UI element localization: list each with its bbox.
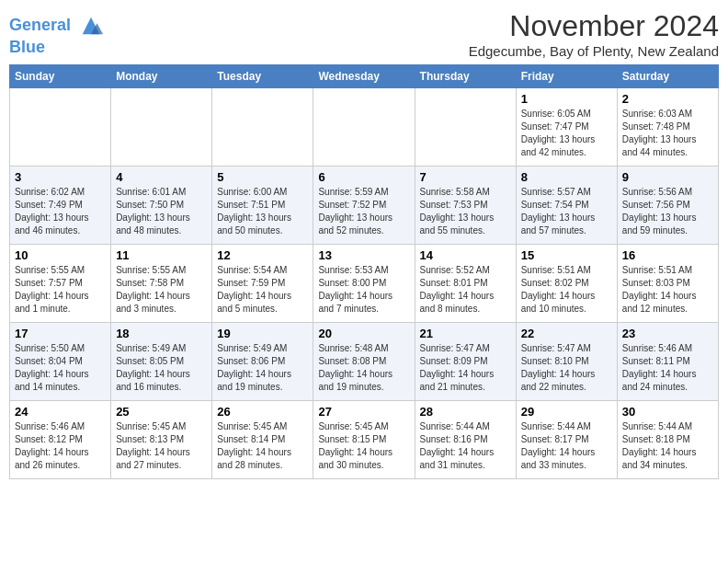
calendar-cell: 27Sunrise: 5:45 AM Sunset: 8:15 PM Dayli…	[313, 401, 415, 479]
day-number: 18	[116, 327, 207, 340]
calendar-cell: 10Sunrise: 5:55 AM Sunset: 7:57 PM Dayli…	[10, 245, 111, 323]
month-title: November 2024	[469, 9, 719, 43]
calendar-cell: 8Sunrise: 5:57 AM Sunset: 7:54 PM Daylig…	[516, 167, 617, 245]
logo-text: General	[9, 13, 104, 39]
calendar-cell: 2Sunrise: 6:03 AM Sunset: 7:48 PM Daylig…	[617, 88, 718, 167]
day-number: 1	[521, 92, 612, 106]
day-info: Sunrise: 5:46 AM Sunset: 8:12 PM Dayligh…	[15, 420, 106, 472]
calendar-cell: 12Sunrise: 5:54 AM Sunset: 7:59 PM Dayli…	[212, 245, 313, 323]
day-info: Sunrise: 5:44 AM Sunset: 8:16 PM Dayligh…	[420, 420, 511, 472]
calendar-cell: 30Sunrise: 5:44 AM Sunset: 8:18 PM Dayli…	[617, 401, 718, 479]
calendar-cell: 16Sunrise: 5:51 AM Sunset: 8:03 PM Dayli…	[617, 245, 718, 323]
calendar-cell: 26Sunrise: 5:45 AM Sunset: 8:14 PM Dayli…	[212, 401, 313, 479]
logo-blue: Blue	[9, 39, 104, 57]
day-number: 13	[318, 248, 409, 262]
calendar-cell: 19Sunrise: 5:49 AM Sunset: 8:06 PM Dayli…	[212, 323, 313, 401]
day-number: 5	[217, 170, 308, 184]
col-header-friday: Friday	[516, 65, 617, 88]
col-header-saturday: Saturday	[617, 65, 718, 88]
day-info: Sunrise: 5:46 AM Sunset: 8:11 PM Dayligh…	[622, 342, 713, 394]
calendar-cell: 6Sunrise: 5:59 AM Sunset: 7:52 PM Daylig…	[313, 167, 415, 245]
day-info: Sunrise: 5:49 AM Sunset: 8:06 PM Dayligh…	[217, 342, 308, 394]
day-info: Sunrise: 5:50 AM Sunset: 8:04 PM Dayligh…	[15, 342, 106, 394]
calendar-cell: 22Sunrise: 5:47 AM Sunset: 8:10 PM Dayli…	[516, 323, 617, 401]
day-info: Sunrise: 5:54 AM Sunset: 7:59 PM Dayligh…	[217, 264, 308, 316]
day-info: Sunrise: 5:44 AM Sunset: 8:18 PM Dayligh…	[622, 420, 713, 472]
day-info: Sunrise: 6:05 AM Sunset: 7:47 PM Dayligh…	[521, 108, 612, 159]
day-number: 27	[318, 405, 409, 419]
page-header: General Blue November 2024 Edgecumbe, Ba…	[9, 9, 719, 59]
calendar-cell	[415, 88, 516, 167]
calendar-cell: 20Sunrise: 5:48 AM Sunset: 8:08 PM Dayli…	[313, 323, 415, 401]
day-number: 23	[622, 327, 713, 340]
calendar-table: SundayMondayTuesdayWednesdayThursdayFrid…	[9, 64, 719, 479]
day-info: Sunrise: 5:45 AM Sunset: 8:14 PM Dayligh…	[217, 420, 308, 472]
day-number: 15	[521, 248, 612, 262]
day-number: 24	[15, 405, 106, 419]
day-number: 25	[116, 405, 207, 419]
logo: General Blue	[9, 9, 104, 57]
calendar-header: SundayMondayTuesdayWednesdayThursdayFrid…	[10, 65, 719, 88]
day-info: Sunrise: 5:57 AM Sunset: 7:54 PM Dayligh…	[521, 186, 612, 237]
day-number: 11	[116, 248, 207, 262]
calendar-cell	[111, 88, 212, 167]
calendar-cell: 29Sunrise: 5:44 AM Sunset: 8:17 PM Dayli…	[516, 401, 617, 479]
day-info: Sunrise: 5:58 AM Sunset: 7:53 PM Dayligh…	[420, 186, 511, 237]
location: Edgecumbe, Bay of Plenty, New Zealand	[469, 43, 719, 59]
day-number: 22	[521, 327, 612, 340]
calendar-cell: 11Sunrise: 5:55 AM Sunset: 7:58 PM Dayli…	[111, 245, 212, 323]
day-info: Sunrise: 6:03 AM Sunset: 7:48 PM Dayligh…	[622, 108, 713, 159]
day-number: 2	[622, 92, 713, 106]
day-info: Sunrise: 5:53 AM Sunset: 8:00 PM Dayligh…	[318, 264, 409, 316]
day-info: Sunrise: 5:55 AM Sunset: 7:57 PM Dayligh…	[15, 264, 106, 316]
day-number: 3	[15, 170, 106, 184]
day-number: 6	[318, 170, 409, 184]
calendar-cell: 18Sunrise: 5:49 AM Sunset: 8:05 PM Dayli…	[111, 323, 212, 401]
calendar-cell: 15Sunrise: 5:51 AM Sunset: 8:02 PM Dayli…	[516, 245, 617, 323]
day-number: 20	[318, 327, 409, 340]
day-info: Sunrise: 5:45 AM Sunset: 8:13 PM Dayligh…	[116, 420, 207, 472]
calendar-cell: 14Sunrise: 5:52 AM Sunset: 8:01 PM Dayli…	[415, 245, 516, 323]
calendar-cell	[212, 88, 313, 167]
day-number: 19	[217, 327, 308, 340]
day-info: Sunrise: 5:52 AM Sunset: 8:01 PM Dayligh…	[420, 264, 511, 316]
col-header-thursday: Thursday	[415, 65, 516, 88]
day-number: 9	[622, 170, 713, 184]
col-header-sunday: Sunday	[10, 65, 111, 88]
calendar-cell	[313, 88, 415, 167]
day-info: Sunrise: 6:01 AM Sunset: 7:50 PM Dayligh…	[116, 186, 207, 237]
day-number: 14	[420, 248, 511, 262]
calendar-cell: 9Sunrise: 5:56 AM Sunset: 7:56 PM Daylig…	[617, 167, 718, 245]
day-number: 29	[521, 405, 612, 419]
title-block: November 2024 Edgecumbe, Bay of Plenty, …	[469, 9, 719, 59]
day-info: Sunrise: 5:45 AM Sunset: 8:15 PM Dayligh…	[318, 420, 409, 472]
col-header-wednesday: Wednesday	[313, 65, 415, 88]
calendar-cell: 13Sunrise: 5:53 AM Sunset: 8:00 PM Dayli…	[313, 245, 415, 323]
day-number: 21	[420, 327, 511, 340]
day-number: 26	[217, 405, 308, 419]
day-info: Sunrise: 5:55 AM Sunset: 7:58 PM Dayligh…	[116, 264, 207, 316]
col-header-monday: Monday	[111, 65, 212, 88]
calendar-cell: 28Sunrise: 5:44 AM Sunset: 8:16 PM Dayli…	[415, 401, 516, 479]
day-number: 30	[622, 405, 713, 419]
day-info: Sunrise: 6:00 AM Sunset: 7:51 PM Dayligh…	[217, 186, 308, 237]
calendar-cell: 17Sunrise: 5:50 AM Sunset: 8:04 PM Dayli…	[10, 323, 111, 401]
calendar-cell: 4Sunrise: 6:01 AM Sunset: 7:50 PM Daylig…	[111, 167, 212, 245]
day-info: Sunrise: 5:48 AM Sunset: 8:08 PM Dayligh…	[318, 342, 409, 394]
calendar-cell: 1Sunrise: 6:05 AM Sunset: 7:47 PM Daylig…	[516, 88, 617, 167]
col-header-tuesday: Tuesday	[212, 65, 313, 88]
calendar-cell: 21Sunrise: 5:47 AM Sunset: 8:09 PM Dayli…	[415, 323, 516, 401]
calendar-cell: 7Sunrise: 5:58 AM Sunset: 7:53 PM Daylig…	[415, 167, 516, 245]
calendar-cell	[10, 88, 111, 167]
day-number: 28	[420, 405, 511, 419]
day-number: 8	[521, 170, 612, 184]
day-info: Sunrise: 5:49 AM Sunset: 8:05 PM Dayligh…	[116, 342, 207, 394]
day-number: 10	[15, 248, 106, 262]
day-number: 4	[116, 170, 207, 184]
day-number: 12	[217, 248, 308, 262]
calendar-cell: 23Sunrise: 5:46 AM Sunset: 8:11 PM Dayli…	[617, 323, 718, 401]
day-info: Sunrise: 6:02 AM Sunset: 7:49 PM Dayligh…	[15, 186, 106, 237]
day-number: 16	[622, 248, 713, 262]
calendar-cell: 3Sunrise: 6:02 AM Sunset: 7:49 PM Daylig…	[10, 167, 111, 245]
day-info: Sunrise: 5:59 AM Sunset: 7:52 PM Dayligh…	[318, 186, 409, 237]
